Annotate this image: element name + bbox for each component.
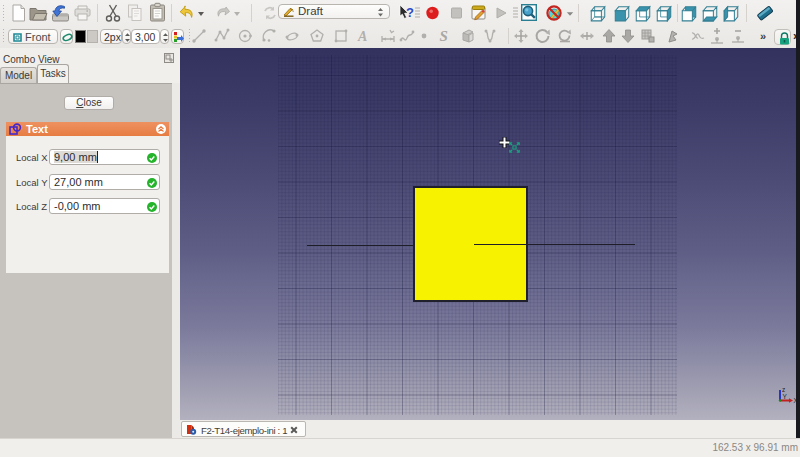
svg-text:?: ? (406, 5, 414, 20)
svg-text:S: S (440, 28, 448, 44)
svg-text:X: X (794, 397, 797, 404)
svg-text:z: z (782, 386, 785, 393)
svg-text:Y: Y (783, 393, 788, 400)
svg-text:A: A (357, 29, 367, 44)
